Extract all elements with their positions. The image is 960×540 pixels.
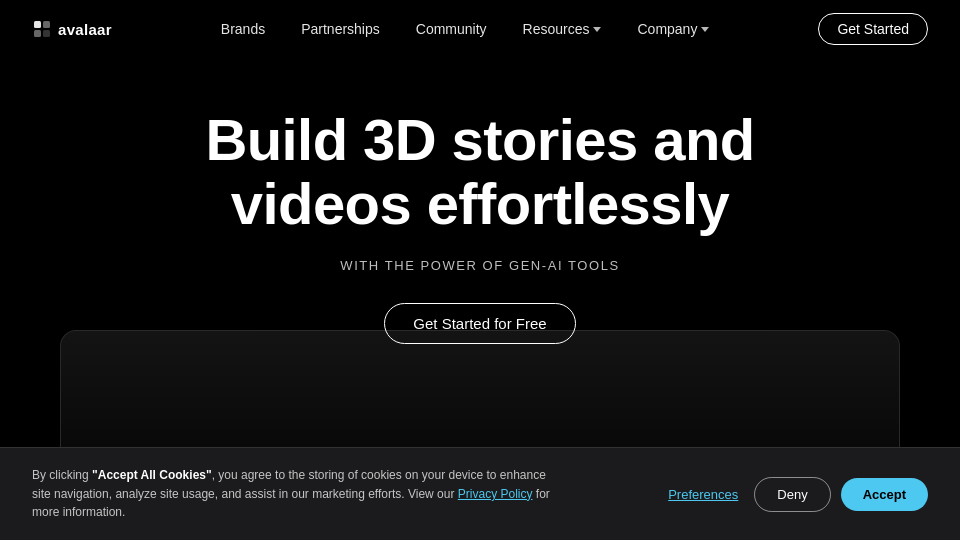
svg-rect-0: [34, 21, 41, 28]
cookie-actions: Preferences Deny Accept: [662, 477, 928, 512]
svg-rect-2: [34, 30, 41, 37]
nav-link-company: Company: [637, 21, 697, 37]
logo-text: avalaar: [58, 21, 112, 38]
cookie-text-bold: "Accept All Cookies": [92, 468, 212, 482]
chevron-down-icon: [593, 27, 601, 32]
cookie-banner: By clicking "Accept All Cookies", you ag…: [0, 447, 960, 540]
chevron-down-icon: [701, 27, 709, 32]
nav-item-brands[interactable]: Brands: [221, 20, 265, 38]
logo[interactable]: avalaar: [32, 19, 112, 39]
preferences-button[interactable]: Preferences: [662, 487, 744, 502]
nav-get-started-button[interactable]: Get Started: [818, 13, 928, 45]
nav-link-brands[interactable]: Brands: [221, 21, 265, 37]
hero-cta-button[interactable]: Get Started for Free: [384, 303, 575, 344]
nav-item-resources[interactable]: Resources: [523, 21, 602, 37]
nav-item-community[interactable]: Community: [416, 20, 487, 38]
navbar: avalaar Brands Partnerships Community Re…: [0, 0, 960, 58]
nav-links: Brands Partnerships Community Resources …: [221, 20, 710, 38]
nav-link-community[interactable]: Community: [416, 21, 487, 37]
accept-button[interactable]: Accept: [841, 478, 928, 511]
preview-card: [60, 330, 900, 450]
cookie-text: By clicking "Accept All Cookies", you ag…: [32, 466, 552, 522]
hero-subtitle: WITH THE POWER OF GEN-AI TOOLS: [340, 258, 619, 273]
deny-button[interactable]: Deny: [754, 477, 830, 512]
logo-icon: [32, 19, 52, 39]
nav-link-resources: Resources: [523, 21, 590, 37]
nav-dropdown-resources[interactable]: Resources: [523, 21, 602, 37]
cookie-privacy-link[interactable]: Privacy Policy: [458, 487, 533, 501]
hero-section: Build 3D stories and videos effortlessly…: [0, 58, 960, 344]
nav-item-partnerships[interactable]: Partnerships: [301, 20, 380, 38]
svg-rect-1: [43, 21, 50, 28]
hero-title-line2: videos effortlessly: [231, 171, 729, 236]
nav-item-company[interactable]: Company: [637, 21, 709, 37]
hero-title: Build 3D stories and videos effortlessly: [205, 108, 754, 236]
nav-dropdown-company[interactable]: Company: [637, 21, 709, 37]
svg-rect-3: [43, 30, 50, 37]
nav-link-partnerships[interactable]: Partnerships: [301, 21, 380, 37]
cookie-text-prefix: By clicking: [32, 468, 92, 482]
hero-title-line1: Build 3D stories and: [205, 107, 754, 172]
